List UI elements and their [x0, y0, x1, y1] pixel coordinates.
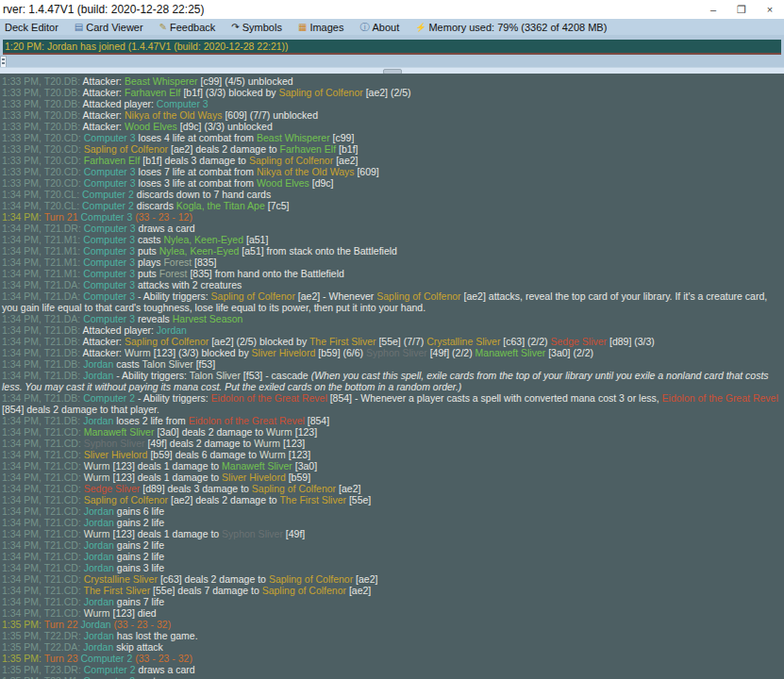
log-entry: 1:34 PM, T21.CD: Crystalline Sliver [c63…	[2, 573, 783, 585]
symbols-icon: ↷	[231, 23, 239, 32]
title-bar[interactable]: rver: 1.4.47V1 (build: 2020-12-28 22:25)…	[0, 0, 784, 19]
menu-item-card-viewer[interactable]: ▤Card Viewer	[75, 22, 143, 33]
log-entry: 1:34 PM, T21.DB: Jordan casts Talon Sliv…	[2, 358, 783, 370]
chat-message-row: 1:20 PM: Jordan has joined (1.4.47V1 (bu…	[3, 40, 781, 53]
log-entry: 1:34 PM, T21.CD: Sliver Hivelord [b59] d…	[2, 449, 783, 460]
images-icon: ▦	[298, 23, 307, 32]
chat-divider-line	[3, 53, 781, 55]
card-viewer-icon: ▤	[75, 23, 83, 32]
menu-item-images[interactable]: ▦Images	[298, 22, 344, 33]
log-entry: 1:33 PM, T20.CD: Computer 3 loses 3 life…	[2, 177, 783, 189]
log-entry: 1:34 PM, T21.CD: Jordan gains 2 life	[2, 517, 783, 528]
menu-item-label: Feedback	[170, 22, 215, 33]
menu-item-label: Deck Editor	[5, 22, 58, 33]
about-icon: ⓘ	[359, 23, 369, 32]
log-entry: 1:35 PM, T22.DR: Jordan has lost the gam…	[2, 630, 783, 641]
log-entry: 1:33 PM, T20.CD: Computer 3 loses 7 life…	[2, 166, 783, 177]
log-entry: 1:34 PM, T21.M1: Computer 3 puts Nylea, …	[2, 245, 783, 257]
log-entry: 1:33 PM, T20.DB: Attacker: Farhaven Elf …	[2, 87, 783, 98]
log-entry: 1:34 PM, T21.DR: Computer 3 draws a card	[2, 223, 783, 234]
log-entry: 1:33 PM, T20.DB: Attacked player: Comput…	[2, 98, 783, 109]
log-entry: 1:34 PM, T20.CL: Computer 2 discards dow…	[2, 189, 783, 200]
memory-icon: ⚡	[415, 23, 425, 32]
log-entry: 1:34 PM, T21.M1: Computer 3 plays Forest…	[2, 257, 783, 268]
log-entry: 1:34 PM, T21.CD: Jordan gains 3 life	[2, 562, 783, 573]
menu-item-label: About	[372, 22, 399, 33]
log-entry: 1:34 PM, T21.CD: Wurm [123] deals 1 dama…	[2, 460, 783, 472]
log-entry: 1:34 PM, T21.CD: Jordan gains 2 life	[2, 539, 783, 551]
log-entry: 1:34 PM, T21.CD: Jordan gains 6 life	[2, 505, 783, 517]
menu-item-feedback[interactable]: ✎Feedback	[159, 22, 216, 33]
log-entry: 1:33 PM, T20.CD: Computer 3 loses 4 life…	[2, 132, 783, 143]
log-entry: 1:35 PM, T23.M1: Computer 2 casts …	[2, 675, 783, 679]
menu-item-label: Symbols	[242, 22, 282, 33]
menu-item-about[interactable]: ⓘAbout	[359, 22, 399, 33]
maximize-restore-button[interactable]: ❐	[727, 0, 756, 19]
window-controls: – ❐ ×	[699, 0, 784, 19]
log-entry: 1:34 PM, T21.CD: Syphon Sliver [49f] dea…	[2, 438, 783, 449]
log-entry: 1:35 PM, T22.DA: Jordan skip attack	[2, 641, 783, 653]
log-entry: 1:34 PM, T20.CL: Computer 2 discards Kog…	[2, 200, 783, 211]
log-entry: 1:34 PM, T21.CD: Wurm [123] deals 1 dama…	[2, 472, 783, 483]
game-log[interactable]: 1:33 PM, T20.DB: Attacker: Beast Whisper…	[0, 74, 784, 679]
log-entry: 1:35 PM: Turn 23 Computer 2 (33 - 23 - 3…	[2, 653, 783, 664]
log-entry: 1:34 PM, T21.DB: Attacked player: Jordan	[2, 324, 783, 336]
menu-item-label: Memory used: 79% (3362 of 4208 MB)	[428, 22, 607, 33]
feedback-icon: ✎	[159, 23, 167, 32]
log-entry: 1:33 PM, T20.CD: Farhaven Elf [b1f] deal…	[2, 155, 783, 166]
log-entry: 1:34 PM, T21.DB: Jordan - Ability trigge…	[2, 370, 783, 392]
menu-bar: Deck Editor▤Card Viewer✎Feedback↷Symbols…	[0, 19, 784, 36]
log-entry: 1:34 PM, T21.CD: Jordan gains 7 life	[2, 596, 783, 607]
log-entry: 1:35 PM, T23.DR: Computer 2 draws a card	[2, 664, 783, 675]
log-entry: 1:33 PM, T20.CD: Sapling of Colfenor [ae…	[2, 143, 783, 155]
log-entry: 1:34 PM: Turn 21 Computer 3 (33 - 23 - 1…	[2, 211, 783, 223]
log-entry: 1:34 PM, T21.DB: Jordan loses 2 life fro…	[2, 415, 783, 426]
log-entry: 1:34 PM, T21.DB: Computer 2 - Ability tr…	[2, 392, 783, 415]
menu-item-label: Images	[309, 22, 343, 33]
log-entry: 1:34 PM, T21.CD: Manaweft Sliver [3a0] d…	[2, 426, 783, 438]
window-title: rver: 1.4.47V1 (build: 2020-12-28 22:25)	[0, 3, 699, 16]
log-entry: 1:34 PM, T21.CD: Wurm [123] died	[2, 607, 783, 619]
menu-item-label: Card Viewer	[86, 22, 142, 33]
log-entry: 1:34 PM, T21.CD: Sedge Sliver [d89] deal…	[2, 483, 783, 494]
menu-item-symbols[interactable]: ↷Symbols	[231, 22, 282, 33]
minimize-button[interactable]: –	[699, 0, 727, 19]
log-entry: 1:34 PM, T21.DA: Computer 3 reveals Harv…	[2, 313, 783, 324]
log-entry: 1:34 PM, T21.M1: Computer 3 casts Nylea,…	[2, 234, 783, 245]
log-entry: 1:35 PM: Turn 22 Jordan (33 - 23 - 32)	[2, 619, 783, 630]
game-window: rver: 1.4.47V1 (build: 2020-12-28 22:25)…	[0, 0, 784, 679]
log-entry: 1:34 PM, T21.CD: The First Sliver [55e] …	[2, 585, 783, 596]
menu-item-deck-editor[interactable]: Deck Editor	[5, 22, 58, 33]
log-entry: 1:34 PM, T21.DA: Computer 3 - Ability tr…	[2, 290, 783, 313]
log-entry: 1:34 PM, T21.DB: Attacker: Sapling of Co…	[2, 336, 783, 347]
log-entry: 1:34 PM, T21.DA: Computer 3 attacks with…	[2, 279, 783, 290]
log-entry: 1:34 PM, T21.CD: Sapling of Colfenor [ae…	[2, 494, 783, 505]
join-message: 1:20 PM: Jordan has joined (1.4.47V1 (bu…	[3, 41, 289, 52]
log-entry: 1:34 PM, T21.M1: Computer 3 puts Forest …	[2, 268, 783, 279]
chat-panel: 1:20 PM: Jordan has joined (1.4.47V1 (bu…	[0, 35, 784, 74]
close-button[interactable]: ×	[756, 0, 784, 19]
log-entry: 1:34 PM, T21.CD: Jordan gains 2 life	[2, 551, 783, 562]
log-entry: 1:33 PM, T20.DB: Attacker: Nikya of the …	[2, 109, 783, 121]
log-entry: 1:33 PM, T20.DB: Attacker: Beast Whisper…	[2, 75, 783, 87]
menu-item-memory[interactable]: ⚡Memory used: 79% (3362 of 4208 MB)	[415, 22, 607, 33]
log-entry: 1:33 PM, T20.DB: Attacker: Wood Elves [d…	[2, 121, 783, 132]
log-entry: 1:34 PM, T21.CD: Wurm [123] deals 1 dama…	[2, 528, 783, 539]
log-entry: 1:34 PM, T21.DB: Attacker: Wurm [123] (3…	[2, 347, 783, 358]
